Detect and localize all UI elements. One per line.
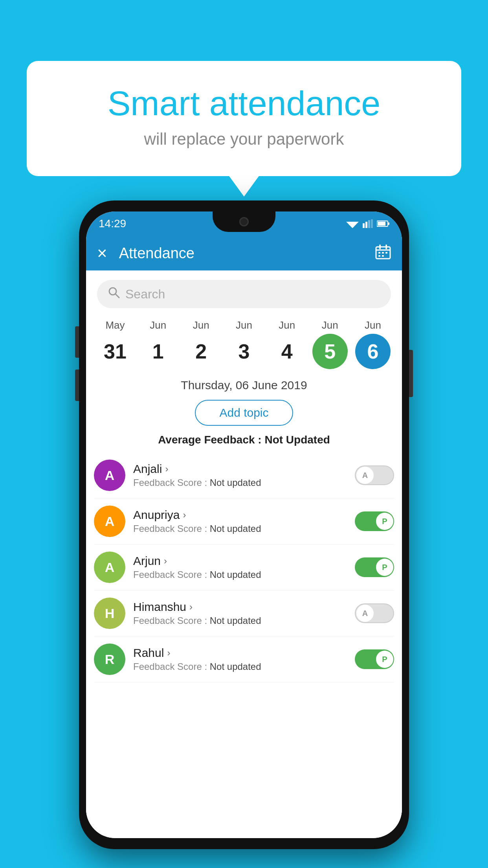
toggle-knob-label: P (376, 513, 393, 530)
student-feedback: Feedback Score : Not updated (133, 569, 347, 580)
svg-marker-2 (351, 226, 354, 228)
cal-month-label: Jun (193, 319, 209, 331)
cal-day[interactable]: Jun3 (224, 319, 264, 369)
svg-rect-11 (379, 245, 381, 249)
feedback-value: Not updated (210, 615, 261, 626)
avatar: A (94, 460, 125, 491)
cal-day[interactable]: Jun5 (310, 319, 350, 369)
chevron-right-icon: › (164, 555, 167, 566)
cal-month-label: Jun (279, 319, 295, 331)
svg-rect-12 (385, 245, 387, 249)
cal-day[interactable]: Jun1 (138, 319, 178, 369)
cal-day-number: 5 (312, 334, 348, 369)
search-icon (108, 287, 120, 302)
bubble-subtitle: will replace your paperwork (58, 130, 430, 149)
student-row[interactable]: HHimanshu ›Feedback Score : Not updatedA (94, 590, 394, 636)
camera-icon (239, 217, 249, 226)
student-row[interactable]: AArjun ›Feedback Score : Not updatedP (94, 544, 394, 590)
attendance-toggle[interactable]: A (355, 603, 394, 623)
chevron-right-icon: › (167, 647, 170, 658)
phone-screen: 14:29 (86, 211, 402, 838)
student-feedback: Feedback Score : Not updated (133, 477, 347, 488)
toggle-knob-label: A (356, 467, 374, 484)
attendance-toggle[interactable]: P (355, 649, 394, 669)
calendar-strip: May31Jun1Jun2Jun3Jun4Jun5Jun6 (86, 308, 402, 369)
cal-day-number: 31 (97, 334, 133, 369)
chevron-right-icon: › (165, 463, 168, 474)
svg-rect-3 (363, 223, 365, 228)
cal-day[interactable]: Jun2 (182, 319, 221, 369)
student-name: Rahul › (133, 646, 347, 660)
app-bar: × Attendance (86, 236, 402, 270)
search-bar[interactable]: Search (97, 280, 391, 308)
feedback-value: Not updated (210, 569, 261, 580)
cal-day-number: 3 (226, 334, 262, 369)
svg-rect-5 (368, 220, 370, 228)
svg-rect-9 (378, 222, 385, 226)
svg-rect-6 (371, 219, 373, 228)
student-feedback: Feedback Score : Not updated (133, 661, 347, 672)
cal-month-label: Jun (236, 319, 252, 331)
feedback-value: Not updated (210, 477, 261, 488)
power-button[interactable] (409, 350, 413, 397)
svg-line-20 (116, 294, 119, 298)
student-row[interactable]: AAnupriya ›Feedback Score : Not updatedP (94, 498, 394, 544)
student-row[interactable]: AAnjali ›Feedback Score : Not updatedA (94, 452, 394, 498)
cal-day[interactable]: May31 (95, 319, 135, 369)
app-title: Attendance (119, 245, 375, 262)
student-row[interactable]: RRahul ›Feedback Score : Not updatedP (94, 636, 394, 682)
add-topic-button[interactable]: Add topic (195, 400, 293, 426)
cal-day-number: 2 (183, 334, 219, 369)
student-info: Arjun ›Feedback Score : Not updated (133, 554, 347, 580)
avg-feedback: Average Feedback : Not Updated (86, 434, 402, 446)
toggle-knob-label: A (356, 605, 374, 622)
cal-day[interactable]: Jun6 (353, 319, 393, 369)
close-button[interactable]: × (97, 243, 107, 263)
attendance-toggle[interactable]: P (355, 511, 394, 531)
attendance-toggle[interactable]: P (355, 557, 394, 577)
student-info: Himanshu ›Feedback Score : Not updated (133, 600, 347, 626)
student-feedback: Feedback Score : Not updated (133, 615, 347, 626)
svg-rect-14 (378, 252, 380, 254)
cal-day-number: 4 (269, 334, 305, 369)
notch (213, 211, 275, 232)
cal-day-number: 1 (140, 334, 176, 369)
svg-rect-4 (365, 222, 367, 228)
calendar-icon[interactable] (375, 244, 391, 263)
feedback-value: Not updated (210, 661, 261, 672)
svg-rect-18 (382, 255, 384, 257)
phone-shell: 14:29 (79, 200, 409, 849)
cal-day-number: 6 (355, 334, 391, 369)
student-name: Arjun › (133, 554, 347, 568)
student-list: AAnjali ›Feedback Score : Not updatedAAA… (86, 452, 402, 682)
avatar: R (94, 644, 125, 675)
cal-month-label: Jun (322, 319, 338, 331)
battery-icon (377, 220, 389, 227)
toggle-knob-label: P (376, 651, 393, 668)
svg-rect-15 (382, 252, 384, 254)
student-feedback: Feedback Score : Not updated (133, 523, 347, 534)
cal-day[interactable]: Jun4 (267, 319, 306, 369)
content-area: Search May31Jun1Jun2Jun3Jun4Jun5Jun6 Thu… (86, 270, 402, 838)
attendance-toggle[interactable]: A (355, 465, 394, 485)
avg-feedback-value: Not Updated (264, 434, 330, 446)
status-icons (346, 219, 389, 228)
avg-feedback-label: Average Feedback : (158, 434, 262, 446)
student-info: Anupriya ›Feedback Score : Not updated (133, 508, 347, 534)
search-placeholder: Search (125, 287, 165, 302)
chevron-right-icon: › (183, 509, 186, 520)
cal-month-label: Jun (150, 319, 166, 331)
toggle-knob-label: P (376, 559, 393, 576)
vol-up-button[interactable] (75, 326, 79, 358)
avatar: H (94, 598, 125, 629)
feedback-value: Not updated (210, 523, 261, 534)
bubble-title: Smart attendance (58, 85, 430, 123)
speech-bubble: Smart attendance will replace your paper… (27, 61, 461, 176)
student-name: Himanshu › (133, 600, 347, 614)
phone: 14:29 (79, 200, 409, 849)
wifi-icon (346, 219, 359, 228)
student-info: Anjali ›Feedback Score : Not updated (133, 462, 347, 488)
cal-month-label: May (105, 319, 125, 331)
vol-down-button[interactable] (75, 370, 79, 401)
avatar: A (94, 552, 125, 583)
